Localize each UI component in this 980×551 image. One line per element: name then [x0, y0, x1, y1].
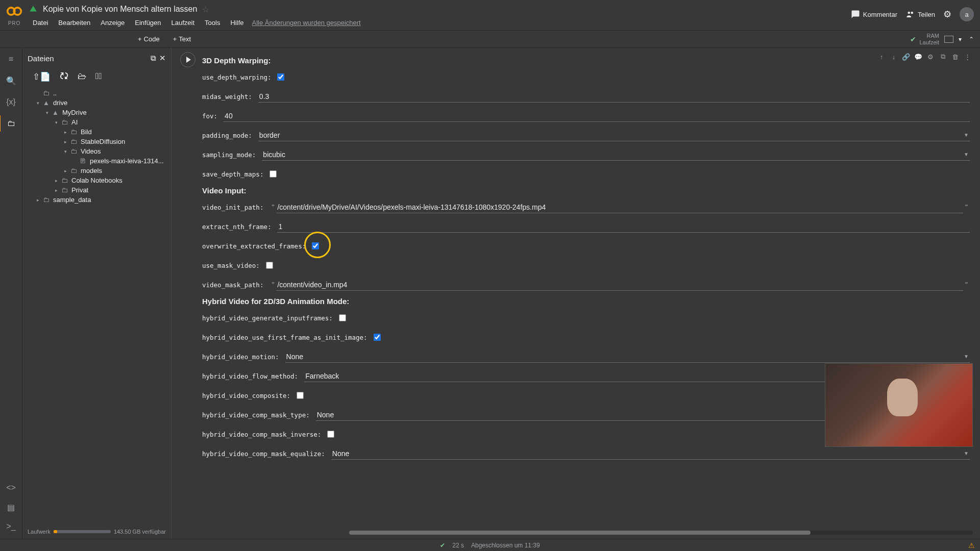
section-hybrid-header: Hybrid Video for 2D/3D Animation Mode:: [202, 297, 970, 306]
use-depth-warping-label: use_depth_warping:: [202, 73, 271, 81]
cell-settings-icon[interactable]: ⚙: [925, 51, 936, 62]
file-panel: Dateien ⧉ ✕ ⇧📄 🗘 🗁 👁̶ 🗀.. ▾▲drive ▾▲MyDr…: [22, 48, 172, 539]
resource-indicator[interactable]: RAM Laufzeit: [919, 33, 939, 45]
overwrite-frames-checkbox[interactable]: [312, 242, 319, 249]
hv-mask-equalize-label: hybrid_video_comp_mask_equalize:: [202, 450, 325, 458]
files-icon[interactable]: 🗀: [5, 117, 17, 130]
run-cell-button[interactable]: [180, 52, 195, 67]
midas-weight-input[interactable]: [258, 91, 970, 103]
hv-first-frame-checkbox[interactable]: [374, 334, 381, 341]
user-avatar[interactable]: a: [960, 7, 974, 21]
connected-check-icon: ✔: [910, 35, 916, 43]
chevron-down-icon: ▼: [964, 450, 969, 456]
use-mask-video-checkbox[interactable]: [266, 262, 273, 269]
mount-drive-icon[interactable]: 🗁: [78, 71, 86, 82]
settings-icon[interactable]: ⚙: [943, 9, 951, 20]
chevron-down-icon: ▼: [964, 152, 969, 157]
hv-mask-equalize-select[interactable]: None▼: [331, 448, 970, 460]
delete-cell-icon[interactable]: 🗑: [949, 51, 961, 62]
tree-colab[interactable]: ▸🗀Colab Notebooks: [26, 176, 168, 185]
hv-motion-select[interactable]: None▼: [285, 351, 970, 363]
more-cell-icon[interactable]: ⋮: [962, 51, 973, 62]
menu-insert[interactable]: Einfügen: [131, 17, 165, 28]
overwrite-frames-label: overwrite_extracted_frames:: [202, 242, 306, 250]
colab-logo[interactable]: PRO: [6, 3, 22, 26]
video-mask-path-input[interactable]: [276, 279, 963, 291]
sampling-mode-select[interactable]: bicubic▼: [262, 149, 970, 161]
menu-help[interactable]: Hilfe: [226, 17, 248, 28]
star-icon[interactable]: ☆: [202, 5, 209, 14]
tree-mydrive[interactable]: ▾▲MyDrive: [26, 108, 168, 117]
code-snippets-icon[interactable]: <>: [5, 482, 17, 494]
tree-privat[interactable]: ▸🗀Privat: [26, 185, 168, 195]
move-up-icon[interactable]: ↑: [876, 51, 887, 62]
move-down-icon[interactable]: ↓: [888, 51, 899, 62]
document-title[interactable]: Kopie von Kopie von Mensch altern lassen: [43, 5, 197, 14]
panel-title: Dateien: [28, 54, 54, 63]
svg-point-4: [911, 12, 914, 14]
menu-file[interactable]: Datei: [29, 17, 52, 28]
save-status[interactable]: Alle Änderungen wurden gespeichert: [252, 19, 360, 27]
notebook-area[interactable]: ↑ ↓ 🔗 💬 ⚙ ⧉ 🗑 ⋮ 3D Depth Warping: use_de…: [172, 48, 980, 539]
command-palette-icon[interactable]: ▤: [5, 501, 17, 513]
toc-icon[interactable]: ≡: [5, 53, 17, 65]
menu-runtime[interactable]: Laufzeit: [167, 17, 199, 28]
upload-icon[interactable]: ⇧📄: [33, 71, 51, 82]
hv-motion-label: hybrid_video_motion:: [202, 353, 279, 361]
runtime-dropdown-icon[interactable]: ▾: [957, 34, 964, 45]
status-check-icon: ✔: [440, 542, 445, 549]
svg-marker-2: [30, 6, 37, 11]
comment-cell-icon[interactable]: 💬: [913, 51, 924, 62]
tree-up[interactable]: 🗀..: [26, 88, 168, 98]
fov-label: fov:: [202, 112, 217, 120]
share-button[interactable]: Teilen: [905, 10, 935, 19]
tree-sd[interactable]: ▸🗀StableDiffusion: [26, 137, 168, 146]
use-depth-warping-checkbox[interactable]: [277, 73, 284, 81]
hv-first-frame-label: hybrid_video_use_first_frame_as_init_ima…: [202, 334, 368, 341]
webcam-overlay: [825, 363, 973, 447]
tree-bild[interactable]: ▸🗀Bild: [26, 127, 168, 137]
add-code-button[interactable]: + Code: [134, 33, 164, 45]
variables-icon[interactable]: {x}: [5, 96, 17, 108]
mirror-cell-icon[interactable]: ⧉: [937, 51, 948, 62]
collapse-up-icon[interactable]: ⌃: [967, 34, 976, 45]
save-depth-maps-checkbox[interactable]: [270, 170, 277, 178]
tree-ai[interactable]: ▾🗀AI: [26, 117, 168, 127]
horizontal-scrollbar[interactable]: [349, 531, 973, 535]
menu-view[interactable]: Anzeige: [96, 17, 129, 28]
status-warning-icon[interactable]: ⚠: [968, 541, 975, 549]
midas-weight-label: midas_weight:: [202, 93, 252, 101]
refresh-icon[interactable]: 🗘: [60, 71, 68, 82]
menu-edit[interactable]: Bearbeiten: [54, 17, 94, 28]
video-mask-path-label: video_mask_path:: [202, 281, 263, 289]
new-window-icon[interactable]: ⧉: [151, 54, 156, 63]
tree-video-file[interactable]: 🖹pexels-maxi-leiva-1314...: [26, 156, 168, 166]
close-panel-icon[interactable]: ✕: [159, 54, 166, 63]
hv-mask-inverse-label: hybrid_video_comp_mask_inverse:: [202, 431, 321, 438]
tree-models[interactable]: ▸🗀models: [26, 166, 168, 176]
extract-nth-frame-input[interactable]: [277, 221, 970, 233]
pro-badge: PRO: [8, 20, 21, 26]
search-icon[interactable]: 🔍: [5, 74, 17, 87]
tree-drive[interactable]: ▾▲drive: [26, 98, 168, 108]
fov-input[interactable]: [224, 110, 970, 122]
svg-point-3: [908, 12, 911, 14]
hv-mask-inverse-checkbox[interactable]: [327, 431, 334, 438]
tree-videos[interactable]: ▾🗀Videos: [26, 146, 168, 156]
sampling-mode-label: sampling_mode:: [202, 151, 256, 159]
tree-sample[interactable]: ▸🗀sample_data: [26, 195, 168, 205]
comment-button[interactable]: Kommentar: [851, 10, 897, 19]
terminal-icon[interactable]: >_: [5, 520, 17, 533]
ram-bar-icon: [944, 36, 953, 43]
padding-mode-select[interactable]: border▼: [258, 130, 970, 141]
toggle-hidden-icon[interactable]: 👁̶: [95, 71, 102, 82]
video-init-path-input[interactable]: [276, 202, 963, 213]
file-tree: 🗀.. ▾▲drive ▾▲MyDrive ▾🗀AI ▸🗀Bild ▸🗀Stab…: [22, 86, 171, 524]
add-text-button[interactable]: + Text: [169, 33, 195, 45]
menu-tools[interactable]: Tools: [201, 17, 224, 28]
hv-generate-checkbox[interactable]: [339, 314, 346, 321]
hv-composite-checkbox[interactable]: [297, 392, 304, 399]
link-icon[interactable]: 🔗: [900, 51, 912, 62]
padding-mode-label: padding_mode:: [202, 132, 252, 139]
extract-nth-frame-label: extract_nth_frame:: [202, 223, 271, 231]
